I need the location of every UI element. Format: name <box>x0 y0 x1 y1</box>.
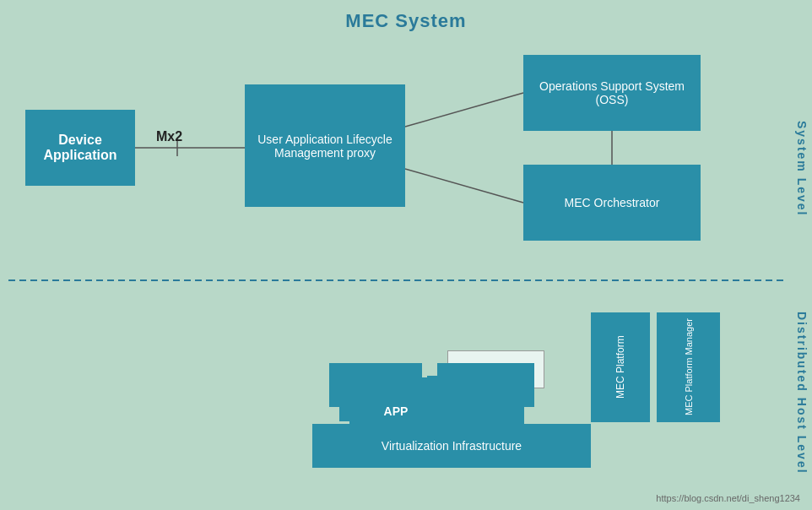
svg-line-3 <box>405 93 523 127</box>
virt-infra-box: Virtualization Infrastructure <box>312 424 591 468</box>
ualm-proxy-box: User Application Lifecycle Management pr… <box>245 84 405 207</box>
system-level-label: System Level <box>795 68 809 270</box>
diagram-container: MEC System Device Application Mx2 User A… <box>0 0 812 510</box>
mec-platform-manager-box: MEC Platform Manager <box>657 312 720 422</box>
watermark: https://blog.csdn.net/di_sheng1234 <box>656 493 800 503</box>
mx2-label: Mx2 <box>156 129 182 144</box>
service-box-front <box>427 376 524 424</box>
dist-host-level-label: Distributed Host Level <box>795 296 809 490</box>
device-application-box: Device Application <box>25 110 135 186</box>
oss-box: Operations Support System (OSS) <box>523 55 701 131</box>
mec-platform-box: MEC Platform <box>591 312 650 422</box>
svg-line-4 <box>405 169 523 203</box>
diagram-title: MEC System <box>0 0 812 32</box>
mec-orchestrator-box: MEC Orchestrator <box>523 165 701 241</box>
